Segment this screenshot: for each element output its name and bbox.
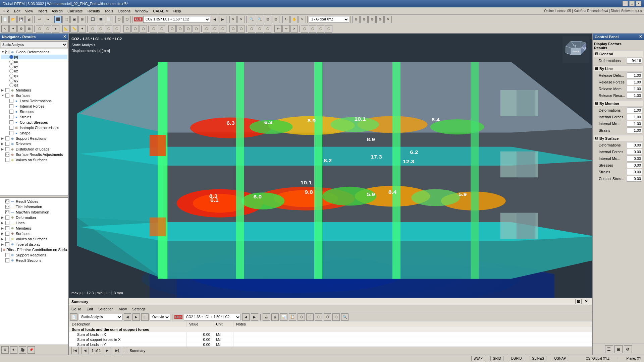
tree-phix[interactable]: φx bbox=[1, 73, 67, 78]
tb-view1[interactable]: ⬛ bbox=[54, 16, 62, 23]
cb-internal-forces[interactable] bbox=[9, 104, 13, 108]
cp-settings-btn[interactable]: ⚙ bbox=[624, 345, 632, 353]
footer-last[interactable]: ▶| bbox=[114, 347, 121, 354]
tree-local-def[interactable]: Local Deformations bbox=[1, 98, 67, 104]
tb-lc-manage[interactable]: ✕ bbox=[229, 16, 237, 23]
tb2-8[interactable]: 📐 bbox=[62, 25, 70, 33]
sum-view[interactable]: View bbox=[117, 307, 128, 311]
tree-uy[interactable]: uy bbox=[1, 64, 67, 69]
tb-prev-lc[interactable]: ◀ bbox=[211, 16, 218, 23]
tb2-22[interactable]: ⬡ bbox=[184, 25, 192, 33]
cb-releases[interactable] bbox=[5, 142, 9, 146]
tb-view2[interactable]: ⬚ bbox=[62, 16, 70, 23]
cp-byline-section[interactable]: ⊟By Line bbox=[593, 65, 643, 72]
tb-extra3[interactable]: ⊕ bbox=[368, 16, 376, 23]
radio-uy[interactable] bbox=[9, 64, 13, 68]
cb-members[interactable] bbox=[5, 88, 9, 92]
tb-pan[interactable]: ✋ bbox=[290, 16, 298, 23]
cp-list-btn[interactable]: ☰ bbox=[605, 345, 613, 353]
maximize-button[interactable]: □ bbox=[629, 1, 635, 6]
tb-model2[interactable]: ⬡ bbox=[123, 16, 131, 23]
sum-file-icon[interactable]: 📄 bbox=[70, 313, 77, 321]
cb-isotropic[interactable] bbox=[9, 126, 13, 130]
tb-model[interactable]: ⬡ bbox=[115, 16, 123, 23]
tb-open[interactable]: 📂 bbox=[9, 16, 17, 23]
minimize-button[interactable]: – bbox=[623, 1, 628, 6]
tb2-18[interactable]: ⬡ bbox=[150, 25, 157, 33]
tb2-31[interactable]: ⬡ bbox=[264, 25, 271, 33]
tb2-25[interactable]: ⬡ bbox=[211, 25, 218, 33]
sum-print2[interactable]: 🖨 bbox=[271, 313, 279, 321]
cb-surfaces[interactable] bbox=[5, 94, 9, 98]
cp-release-mom-input[interactable] bbox=[627, 86, 642, 92]
nav-btn-2[interactable]: 👁 bbox=[10, 346, 17, 354]
cb-strains[interactable] bbox=[9, 115, 13, 119]
menu-assign[interactable]: Assign bbox=[50, 8, 65, 14]
footer-first[interactable]: |◀ bbox=[71, 347, 79, 354]
sum-extra1[interactable]: ⬡ bbox=[298, 313, 305, 321]
axis-combo[interactable]: 1 - Global XYZ bbox=[309, 16, 349, 23]
tb2-15[interactable]: ⬡ bbox=[123, 25, 131, 33]
radio-phix[interactable] bbox=[9, 74, 13, 78]
footer-summary-tab[interactable] bbox=[124, 348, 127, 353]
summary-close-btn[interactable]: ✕ bbox=[583, 299, 589, 304]
radio-ux[interactable] bbox=[9, 60, 13, 64]
sum-extra5[interactable]: ⬡ bbox=[332, 313, 340, 321]
tb-select[interactable]: ↖ bbox=[299, 16, 306, 23]
tb2-13[interactable]: ⬡ bbox=[105, 25, 112, 33]
summary-float-btn[interactable]: ⊡ bbox=[575, 299, 582, 304]
sum-view-combo[interactable]: Overview bbox=[150, 314, 170, 320]
tb2-10[interactable]: ✦ bbox=[78, 25, 86, 33]
tb2-17[interactable]: ⬡ bbox=[140, 25, 147, 33]
cp-member-int-forces-input[interactable] bbox=[627, 114, 642, 120]
tb-lc-delete[interactable]: ✕ bbox=[237, 16, 245, 23]
osnap-btn[interactable]: OSNAP bbox=[552, 356, 568, 361]
tree-support-reactions-b[interactable]: ⊕ Support Reactions bbox=[1, 252, 67, 258]
cb-result-values[interactable]: ✓ bbox=[5, 199, 9, 203]
sum-overview-icon[interactable]: ⬡ bbox=[141, 313, 149, 321]
tb-redo[interactable]: ↪ bbox=[44, 16, 51, 23]
tb2-32[interactable]: ↩ bbox=[274, 25, 282, 33]
tb2-23[interactable]: ⬡ bbox=[193, 25, 200, 33]
sum-selection[interactable]: Selection bbox=[97, 307, 115, 311]
cb-result-sections[interactable] bbox=[5, 258, 9, 262]
sum-print1[interactable]: 🖨 bbox=[263, 313, 270, 321]
cb-stresses[interactable] bbox=[9, 110, 13, 114]
menu-cadbim[interactable]: CAD-BIM bbox=[151, 8, 170, 14]
titlebar-controls[interactable]: – □ ✕ bbox=[623, 1, 641, 6]
tb2-20[interactable]: ⬡ bbox=[168, 25, 176, 33]
tree-global-deformations[interactable]: ▼ ✓ ⊕ Global Deformations bbox=[1, 49, 67, 55]
cb-deformation[interactable] bbox=[5, 216, 9, 220]
tree-ux[interactable]: ux bbox=[1, 59, 67, 64]
tree-title-info[interactable]: ✓ — Title Information bbox=[1, 204, 67, 209]
grid-btn[interactable]: GRID bbox=[490, 356, 503, 361]
tb-next-lc[interactable]: ▶ bbox=[219, 16, 226, 23]
sum-lc-combo[interactable]: CO2 1.35 * LC1 + 1.50 * LC2 bbox=[184, 314, 241, 320]
tb2-36[interactable]: ⬡ bbox=[309, 25, 316, 33]
tree-shape[interactable]: Shape bbox=[1, 130, 67, 136]
cp-deformations-input[interactable] bbox=[627, 58, 642, 64]
tb-view3[interactable]: ▣ bbox=[70, 16, 78, 23]
close-button[interactable]: ✕ bbox=[636, 1, 641, 6]
menu-calculate[interactable]: Calculate bbox=[65, 8, 85, 14]
tree-maxmin-info[interactable]: ✓ — Max/Min Information bbox=[1, 209, 67, 215]
sum-edit[interactable]: Edit bbox=[85, 307, 94, 311]
radio-phiz[interactable] bbox=[9, 83, 13, 87]
cp-surf-defo-input[interactable] bbox=[627, 142, 642, 148]
tree-result-sections[interactable]: ⊕ Result Sections bbox=[1, 258, 67, 263]
cp-grid-btn[interactable]: ⊞ bbox=[614, 345, 623, 353]
tree-uz[interactable]: uz bbox=[1, 69, 67, 73]
tb2-5[interactable]: ⬡ bbox=[36, 25, 43, 33]
tb2-4[interactable]: ⊞ bbox=[25, 25, 33, 33]
menu-tools[interactable]: Tools bbox=[102, 8, 115, 14]
tb2-3[interactable]: ⚙ bbox=[17, 25, 25, 33]
sum-analysis-combo[interactable]: Static Analysis bbox=[79, 314, 122, 320]
radio-u-abs[interactable] bbox=[9, 55, 13, 59]
tree-stresses[interactable]: Stresses bbox=[1, 109, 67, 114]
tb2-33[interactable]: ↪ bbox=[282, 25, 290, 33]
menu-options[interactable]: Options bbox=[116, 8, 132, 14]
tree-distribution-loads[interactable]: ▶ ⊕ Distribution of Loads bbox=[1, 146, 67, 152]
tb2-21[interactable]: ⬡ bbox=[176, 25, 184, 33]
radio-uz[interactable] bbox=[9, 69, 13, 73]
tb2-6[interactable]: ⬡ bbox=[44, 25, 51, 33]
